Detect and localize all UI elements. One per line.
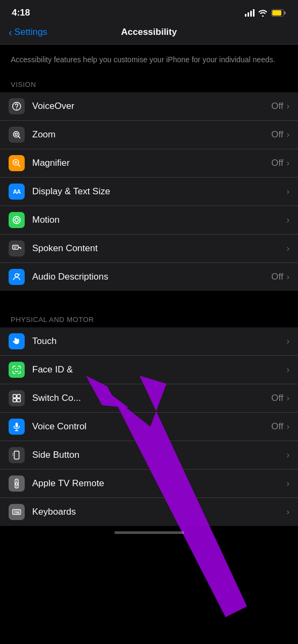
display-text-size-chevron-icon: › bbox=[287, 187, 289, 196]
back-chevron-icon: ‹ bbox=[9, 27, 12, 38]
switch-control-label: Switch Co... bbox=[32, 393, 271, 404]
switch-control-item[interactable]: Switch Co... Off › bbox=[0, 384, 298, 413]
svg-rect-24 bbox=[13, 394, 16, 398]
physical-header-label: PHYSICAL AND MOTOR bbox=[11, 316, 94, 324]
faceid-icon bbox=[9, 362, 25, 378]
switch-control-icon bbox=[9, 390, 25, 406]
apple-tv-remote-icon bbox=[9, 475, 25, 492]
voiceover-value: Off bbox=[271, 101, 283, 112]
keyboards-icon bbox=[9, 504, 25, 520]
voiceover-icon bbox=[9, 98, 25, 114]
svg-point-21 bbox=[15, 274, 18, 277]
wifi-icon bbox=[258, 9, 267, 17]
motion-icon bbox=[9, 212, 25, 228]
status-time: 4:18 bbox=[12, 8, 30, 18]
page-title: Accessibility bbox=[121, 27, 177, 38]
signal-icon bbox=[245, 9, 255, 17]
back-button[interactable]: ‹ Settings bbox=[9, 27, 47, 38]
voice-control-icon bbox=[9, 419, 25, 435]
zoom-value: Off bbox=[271, 129, 283, 140]
svg-rect-27 bbox=[17, 399, 20, 402]
page-wrapper: 4:18 ‹ Set bbox=[0, 0, 298, 538]
svg-point-23 bbox=[17, 368, 18, 369]
voice-control-item[interactable]: Voice Control Off › bbox=[0, 413, 298, 441]
spoken-content-item[interactable]: Spoken Content › bbox=[0, 235, 298, 263]
motion-item[interactable]: Motion › bbox=[0, 206, 298, 235]
physical-settings-group: Touch › Face ID & › bbox=[0, 327, 298, 526]
touch-label: Touch bbox=[32, 336, 287, 347]
svg-rect-36 bbox=[13, 510, 21, 515]
status-bar: 4:18 bbox=[0, 0, 298, 23]
touch-item[interactable]: Touch › bbox=[0, 327, 298, 356]
svg-point-4 bbox=[16, 108, 17, 109]
apple-tv-remote-label: Apple TV Remote bbox=[32, 478, 287, 489]
svg-rect-18 bbox=[13, 245, 19, 250]
zoom-item[interactable]: Zoom Off › bbox=[0, 121, 298, 149]
vision-header-label: VISION bbox=[11, 80, 36, 89]
display-text-size-label: Display & Text Size bbox=[32, 186, 287, 197]
zoom-icon bbox=[9, 127, 25, 143]
vision-settings-group: VoiceOver Off › Zoom Off › bbox=[0, 92, 298, 291]
touch-icon bbox=[9, 333, 25, 349]
voice-control-value: Off bbox=[271, 421, 283, 432]
voiceover-chevron-icon: › bbox=[287, 101, 289, 111]
magnifier-value: Off bbox=[271, 158, 283, 169]
voice-control-label: Voice Control bbox=[32, 421, 271, 432]
battery-icon bbox=[271, 9, 286, 17]
description-section: Accessibility features help you customis… bbox=[0, 45, 298, 75]
switch-control-chevron-icon: › bbox=[287, 393, 289, 403]
switch-control-value: Off bbox=[271, 393, 283, 404]
side-button-icon bbox=[9, 447, 25, 463]
status-icons bbox=[245, 9, 286, 17]
magnifier-chevron-icon: › bbox=[287, 158, 289, 168]
voice-control-chevron-icon: › bbox=[287, 422, 289, 431]
svg-rect-25 bbox=[17, 394, 20, 398]
svg-rect-1 bbox=[272, 10, 281, 16]
svg-rect-31 bbox=[14, 451, 19, 459]
motion-label: Motion bbox=[32, 215, 287, 225]
zoom-label: Zoom bbox=[32, 129, 271, 140]
faceid-chevron-icon: › bbox=[287, 365, 289, 375]
apple-tv-remote-chevron-icon: › bbox=[287, 479, 289, 488]
svg-line-7 bbox=[18, 136, 20, 138]
voiceover-item[interactable]: VoiceOver Off › bbox=[0, 92, 298, 121]
audio-descriptions-value: Off bbox=[271, 272, 283, 282]
nav-bar: ‹ Settings Accessibility bbox=[0, 23, 298, 45]
svg-rect-28 bbox=[16, 423, 18, 428]
audio-descriptions-chevron-icon: › bbox=[287, 272, 289, 282]
svg-line-9 bbox=[18, 165, 20, 167]
motion-chevron-icon: › bbox=[287, 215, 289, 225]
zoom-chevron-icon: › bbox=[287, 130, 289, 140]
touch-chevron-icon: › bbox=[287, 336, 289, 346]
home-indicator bbox=[0, 526, 298, 538]
display-text-size-icon: AA bbox=[9, 184, 25, 200]
side-button-chevron-icon: › bbox=[287, 450, 289, 460]
faceid-label: Face ID & bbox=[32, 364, 287, 375]
svg-point-6 bbox=[15, 133, 18, 136]
keyboards-label: Keyboards bbox=[32, 507, 287, 517]
magnifier-item[interactable]: Magnifier Off › bbox=[0, 149, 298, 178]
keyboards-item[interactable]: Keyboards › bbox=[0, 498, 298, 526]
side-button-label: Side Button bbox=[32, 450, 287, 460]
voiceover-label: VoiceOver bbox=[32, 101, 271, 112]
audio-descriptions-icon bbox=[9, 269, 25, 285]
svg-point-13 bbox=[15, 218, 18, 222]
vision-section-header: VISION bbox=[0, 75, 298, 92]
spoken-content-icon bbox=[9, 240, 25, 257]
section-spacer bbox=[0, 291, 298, 310]
physical-section-header: PHYSICAL AND MOTOR bbox=[0, 310, 298, 327]
audio-descriptions-label: Audio Descriptions bbox=[32, 272, 271, 282]
home-bar bbox=[114, 531, 184, 534]
svg-point-34 bbox=[16, 483, 18, 486]
description-text: Accessibility features help you customis… bbox=[11, 54, 287, 65]
magnifier-label: Magnifier bbox=[32, 158, 271, 169]
keyboards-chevron-icon: › bbox=[287, 507, 289, 517]
side-button-item[interactable]: Side Button › bbox=[0, 441, 298, 470]
audio-descriptions-item[interactable]: Audio Descriptions Off › bbox=[0, 263, 298, 291]
display-text-size-item[interactable]: AA Display & Text Size › bbox=[0, 178, 298, 206]
svg-rect-2 bbox=[284, 11, 286, 14]
faceid-item[interactable]: Face ID & › bbox=[0, 356, 298, 384]
spoken-content-chevron-icon: › bbox=[287, 244, 289, 253]
apple-tv-remote-item[interactable]: Apple TV Remote › bbox=[0, 470, 298, 498]
magnifier-icon bbox=[9, 155, 25, 171]
